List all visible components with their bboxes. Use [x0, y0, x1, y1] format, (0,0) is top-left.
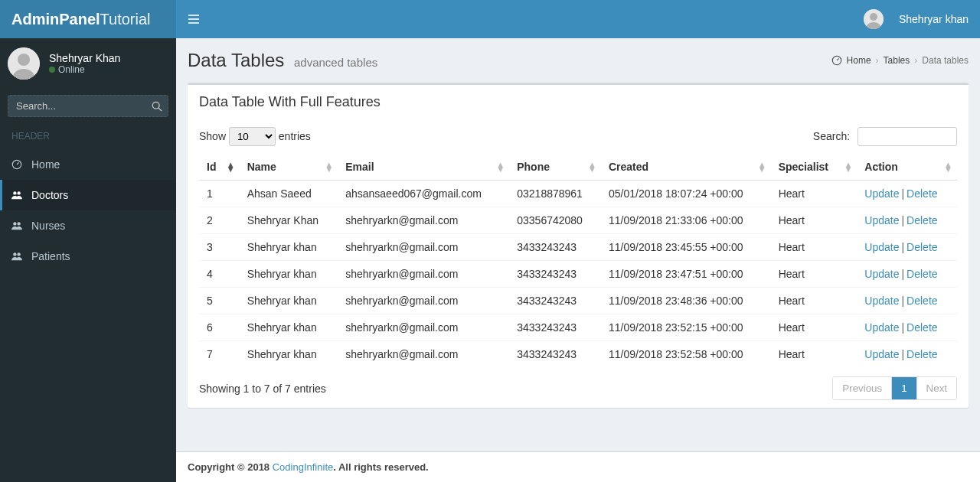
- update-link[interactable]: Update: [864, 321, 899, 334]
- cell-phone: 3433243243: [509, 341, 601, 368]
- brand-logo[interactable]: AdminPanelTutorial: [0, 0, 176, 38]
- footer-rest: . All rights reserved.: [333, 461, 429, 473]
- breadcrumb-tables[interactable]: Tables: [884, 55, 910, 66]
- delete-link[interactable]: Delete: [906, 348, 937, 360]
- page-title: Data Tables advanced tables: [188, 50, 377, 71]
- sidebar-item-patients[interactable]: Patients: [0, 241, 176, 272]
- hamburger-icon[interactable]: [188, 13, 200, 25]
- action-separator: |: [901, 321, 904, 334]
- cell-created: 11/09/2018 23:47:51 +00:00: [601, 261, 771, 288]
- column-header[interactable]: Email▲▼: [338, 154, 509, 181]
- cell-name: Shehryar khan: [240, 261, 338, 288]
- panel-title: Data Table With Full Features: [199, 94, 957, 110]
- topbar-username: Shehryar khan: [899, 13, 969, 25]
- delete-link[interactable]: Delete: [906, 241, 937, 253]
- next-button[interactable]: Next: [916, 377, 956, 399]
- sidebar-item-home[interactable]: Home: [0, 149, 176, 180]
- sidebar-item-label: Doctors: [31, 189, 68, 201]
- svg-point-10: [13, 252, 16, 256]
- svg-line-3: [158, 108, 162, 111]
- entries-select[interactable]: 10: [229, 127, 276, 146]
- cell-name: Ahsan Saeed: [240, 181, 338, 207]
- column-header[interactable]: Name▲▼: [240, 154, 338, 181]
- column-header[interactable]: Phone▲▼: [509, 154, 601, 181]
- update-link[interactable]: Update: [864, 241, 899, 253]
- cell-id: 1: [199, 181, 240, 207]
- column-header[interactable]: Id▲▼: [199, 154, 240, 181]
- sidebar-item-label: Nurses: [31, 220, 65, 232]
- update-link[interactable]: Update: [864, 348, 899, 360]
- pagination: Previous 1 Next: [832, 376, 957, 400]
- svg-point-2: [152, 102, 159, 109]
- cell-specialist: Heart: [771, 181, 858, 207]
- cell-specialist: Heart: [771, 207, 858, 234]
- column-label: Name: [247, 161, 276, 173]
- cell-phone: 3433243243: [509, 288, 601, 314]
- table-search: Search:: [813, 127, 957, 146]
- page-button-1[interactable]: 1: [891, 377, 916, 399]
- cell-phone: 03356742080: [509, 207, 601, 234]
- topbar-user-menu[interactable]: Shehryar khan: [864, 9, 969, 29]
- cell-name: Shehryar khan: [240, 314, 338, 341]
- cell-action: Update|Delete: [857, 181, 957, 207]
- update-link[interactable]: Update: [864, 295, 899, 307]
- cell-created: 11/09/2018 23:52:58 +00:00: [601, 341, 771, 368]
- page-title-text: Data Tables: [188, 50, 284, 70]
- cell-specialist: Heart: [771, 234, 858, 261]
- users-icon: [11, 190, 24, 200]
- prev-button[interactable]: Previous: [833, 377, 891, 399]
- delete-link[interactable]: Delete: [906, 268, 937, 280]
- cell-created: 11/09/2018 23:52:15 +00:00: [601, 314, 771, 341]
- cell-action: Update|Delete: [857, 288, 957, 314]
- cell-action: Update|Delete: [857, 261, 957, 288]
- svg-point-7: [17, 191, 20, 194]
- delete-link[interactable]: Delete: [906, 187, 937, 200]
- column-header[interactable]: Specialist▲▼: [771, 154, 858, 181]
- cell-action: Update|Delete: [857, 314, 957, 341]
- cell-id: 2: [199, 207, 240, 234]
- svg-point-11: [17, 252, 20, 256]
- table-search-input[interactable]: [858, 127, 957, 146]
- page-subtitle: advanced tables: [294, 56, 377, 69]
- breadcrumb-home[interactable]: Home: [847, 55, 871, 66]
- cell-phone: 3433243243: [509, 234, 601, 261]
- search-icon[interactable]: [152, 101, 162, 112]
- action-separator: |: [901, 268, 904, 280]
- show-label-pre: Show: [199, 130, 226, 142]
- cell-created: 11/09/2018 23:48:36 +00:00: [601, 288, 771, 314]
- table-row: 4Shehryar khanshehryarkn@gmail.com343324…: [199, 261, 957, 288]
- footer-link[interactable]: CodingInfinite: [273, 461, 334, 473]
- user-panel: Shehryar Khan Online: [0, 38, 176, 89]
- delete-link[interactable]: Delete: [906, 295, 937, 307]
- cell-email: shehryarkn@gmail.com: [338, 314, 509, 341]
- sidebar-search-input[interactable]: [8, 95, 168, 117]
- dashboard-icon: [11, 159, 24, 170]
- sidebar-item-nurses[interactable]: Nurses: [0, 210, 176, 241]
- sort-icon: ▲▼: [844, 162, 852, 171]
- action-separator: |: [901, 295, 904, 307]
- users-icon: [11, 251, 24, 262]
- update-link[interactable]: Update: [864, 187, 899, 200]
- cell-name: Shehryar khan: [240, 341, 338, 368]
- table-row: 6Shehryar khanshehryarkn@gmail.com343324…: [199, 314, 957, 341]
- table-row: 1Ahsan Saeedahsansaeed067@gmail.com03218…: [199, 181, 957, 207]
- svg-point-8: [13, 222, 16, 225]
- sidebar-item-doctors[interactable]: Doctors: [0, 180, 176, 210]
- column-label: Id: [207, 161, 216, 173]
- cell-email: shehryarkn@gmail.com: [338, 341, 509, 368]
- users-icon: [11, 220, 24, 231]
- update-link[interactable]: Update: [864, 268, 899, 280]
- table-row: 3Shehryar khanshehryarkn@gmail.com343324…: [199, 234, 957, 261]
- column-header[interactable]: Action▲▼: [857, 154, 957, 181]
- brand-bold: AdminPanel: [11, 11, 100, 28]
- column-header[interactable]: Created▲▼: [601, 154, 771, 181]
- cell-specialist: Heart: [771, 261, 858, 288]
- cell-created: 11/09/2018 21:33:06 +00:00: [601, 207, 771, 234]
- topbar-avatar: [864, 9, 884, 29]
- update-link[interactable]: Update: [864, 214, 899, 226]
- delete-link[interactable]: Delete: [906, 321, 937, 334]
- delete-link[interactable]: Delete: [906, 214, 937, 226]
- cell-name: Shehryar khan: [240, 234, 338, 261]
- cell-phone: 3433243243: [509, 261, 601, 288]
- entries-length: Show 10 entries: [199, 127, 311, 146]
